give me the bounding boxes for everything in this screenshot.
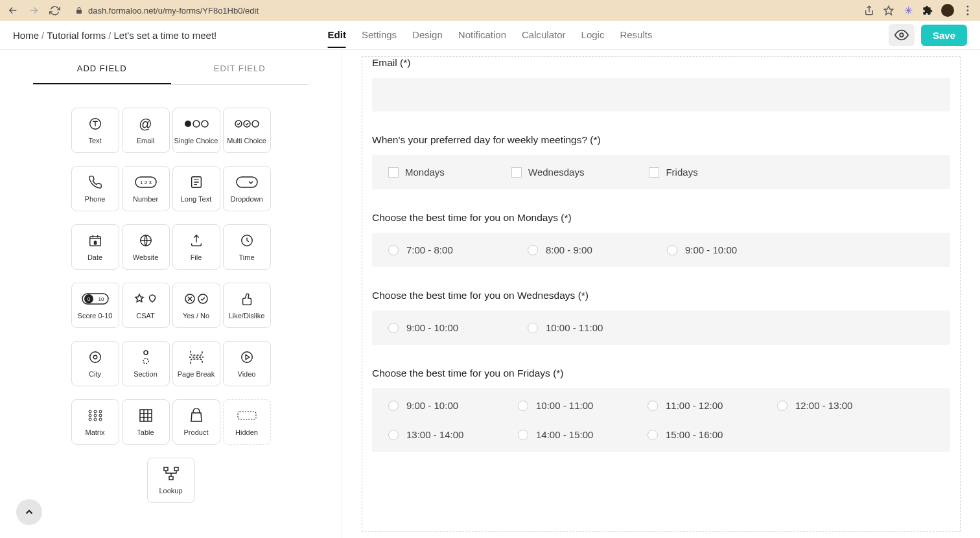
- tab-notification[interactable]: Notification: [458, 23, 506, 48]
- url-bar[interactable]: dash.formaloo.net/u/my-forms/YF8o1Hb0/ed…: [69, 3, 856, 18]
- radio-mon-2[interactable]: 8:00 - 9:00: [528, 244, 605, 255]
- video-icon: [240, 349, 254, 365]
- forward-icon[interactable]: [27, 4, 40, 17]
- number-icon: 1 2 3: [135, 174, 157, 190]
- field-text[interactable]: Text: [71, 108, 119, 153]
- field-score[interactable]: 010Score 0-10: [71, 283, 119, 328]
- field-file[interactable]: File: [172, 224, 220, 270]
- star-icon[interactable]: [883, 5, 894, 16]
- field-page-break[interactable]: Page Break: [172, 341, 220, 386]
- svg-rect-44: [169, 476, 173, 480]
- field-csat[interactable]: CSAT: [122, 283, 170, 328]
- field-dropdown[interactable]: Dropdown: [223, 166, 271, 211]
- radio-icon: [388, 401, 399, 411]
- field-city[interactable]: City: [71, 341, 119, 386]
- save-button[interactable]: Save: [921, 25, 967, 46]
- field-video[interactable]: Video: [223, 341, 271, 386]
- tab-settings[interactable]: Settings: [362, 23, 397, 48]
- question-fridays-time[interactable]: Choose the best time for you on Fridays …: [372, 368, 950, 452]
- single-choice-icon: [183, 116, 209, 132]
- radio-fri-2[interactable]: 10:00 - 11:00: [518, 400, 596, 411]
- extension-puzzle-icon[interactable]: [922, 5, 933, 16]
- question-label: Email (*): [372, 57, 950, 69]
- field-long-text[interactable]: Long Text: [172, 166, 220, 211]
- field-single-choice[interactable]: Single Choice: [172, 108, 220, 153]
- section-icon: [139, 349, 152, 365]
- svg-marker-0: [884, 6, 892, 14]
- field-yesno[interactable]: Yes / No: [172, 283, 220, 328]
- sidebar-tab-add-field[interactable]: ADD FIELD: [33, 54, 171, 84]
- reload-icon[interactable]: [48, 4, 61, 17]
- question-email[interactable]: Email (*): [372, 57, 950, 111]
- file-icon: [189, 233, 204, 248]
- question-wednesdays-time[interactable]: Choose the best time for you on Wednesda…: [372, 290, 950, 345]
- field-matrix[interactable]: Matrix: [71, 399, 119, 445]
- website-icon: [139, 233, 153, 248]
- share-icon[interactable]: [863, 5, 875, 16]
- radio-mon-1[interactable]: 7:00 - 8:00: [388, 244, 466, 255]
- svg-text:1 2 3: 1 2 3: [140, 180, 152, 185]
- breadcrumb-home[interactable]: Home: [13, 30, 39, 41]
- kebab-menu-icon[interactable]: [962, 5, 974, 16]
- radio-fri-1[interactable]: 9:00 - 10:00: [388, 400, 466, 411]
- extension-1-icon[interactable]: ✳: [902, 5, 914, 16]
- svg-point-34: [89, 414, 91, 417]
- field-lookup[interactable]: Lookup: [147, 458, 195, 503]
- field-time[interactable]: Time: [223, 224, 271, 270]
- checkbox-mondays[interactable]: Mondays: [388, 167, 447, 178]
- svg-point-4: [900, 33, 904, 37]
- question-day[interactable]: When's your preferred day for weekly mee…: [372, 134, 950, 189]
- profile-avatar[interactable]: [941, 4, 954, 17]
- scroll-up-button[interactable]: [16, 499, 42, 525]
- svg-point-11: [252, 121, 259, 127]
- radio-fri-4[interactable]: 12:00 - 13:00: [777, 400, 855, 411]
- radio-wed-1[interactable]: 9:00 - 10:00: [388, 322, 466, 333]
- field-number[interactable]: 1 2 3Number: [122, 166, 170, 211]
- question-mondays-time[interactable]: Choose the best time for you on Mondays …: [372, 212, 950, 267]
- breadcrumb-forms[interactable]: Tutorial forms: [47, 30, 106, 41]
- svg-point-26: [89, 352, 100, 363]
- svg-point-38: [94, 418, 97, 421]
- table-icon: [139, 408, 152, 423]
- radio-fri-6[interactable]: 14:00 - 15:00: [518, 429, 596, 440]
- tab-design[interactable]: Design: [412, 23, 443, 48]
- sidebar-tab-edit-field[interactable]: EDIT FIELD: [171, 54, 309, 84]
- svg-point-2: [966, 9, 968, 11]
- svg-point-27: [93, 355, 97, 359]
- radio-fri-3[interactable]: 11:00 - 12:00: [648, 400, 725, 411]
- radio-fri-5[interactable]: 13:00 - 14:00: [388, 429, 466, 440]
- breadcrumb-current: Let's set a time to meet!: [114, 30, 217, 41]
- field-product[interactable]: Product: [172, 399, 220, 445]
- date-icon: 8: [88, 233, 102, 248]
- url-text: dash.formaloo.net/u/my-forms/YF8o1Hb0/ed…: [88, 6, 259, 16]
- svg-point-39: [99, 418, 102, 421]
- checkbox-wednesdays[interactable]: Wednesdays: [511, 167, 584, 178]
- field-date[interactable]: 8Date: [71, 224, 119, 270]
- svg-text:0: 0: [87, 296, 90, 302]
- back-icon[interactable]: [6, 4, 19, 17]
- radio-icon: [648, 401, 658, 411]
- wednesday-options: 9:00 - 10:00 10:00 - 11:00: [372, 310, 950, 345]
- form-canvas[interactable]: Email (*) When's your preferred day for …: [342, 50, 980, 538]
- field-section[interactable]: Section: [122, 341, 170, 386]
- field-hidden[interactable]: Hidden: [223, 399, 271, 445]
- field-table[interactable]: Table: [122, 399, 170, 445]
- preview-button[interactable]: [889, 24, 915, 46]
- friday-options: 9:00 - 10:00 10:00 - 11:00 11:00 - 12:00…: [372, 388, 950, 452]
- field-multi-choice[interactable]: Multi Choice: [223, 108, 271, 153]
- tab-calculator[interactable]: Calculator: [522, 23, 566, 48]
- field-phone[interactable]: Phone: [71, 166, 119, 211]
- field-website[interactable]: Website: [122, 224, 170, 270]
- tab-logic[interactable]: Logic: [581, 23, 605, 48]
- main-tabs: Edit Settings Design Notification Calcul…: [328, 23, 653, 48]
- tab-results[interactable]: Results: [620, 23, 652, 48]
- tab-edit[interactable]: Edit: [328, 23, 346, 48]
- field-like[interactable]: Like/Dislike: [223, 283, 271, 328]
- svg-rect-40: [140, 410, 152, 421]
- radio-mon-3[interactable]: 9:00 - 10:00: [667, 244, 745, 255]
- field-email[interactable]: @Email: [122, 108, 170, 153]
- sidebar-tabs: ADD FIELD EDIT FIELD: [33, 54, 309, 85]
- checkbox-fridays[interactable]: Fridays: [649, 167, 707, 178]
- radio-wed-2[interactable]: 10:00 - 11:00: [528, 322, 605, 333]
- radio-fri-7[interactable]: 15:00 - 16:00: [648, 429, 725, 440]
